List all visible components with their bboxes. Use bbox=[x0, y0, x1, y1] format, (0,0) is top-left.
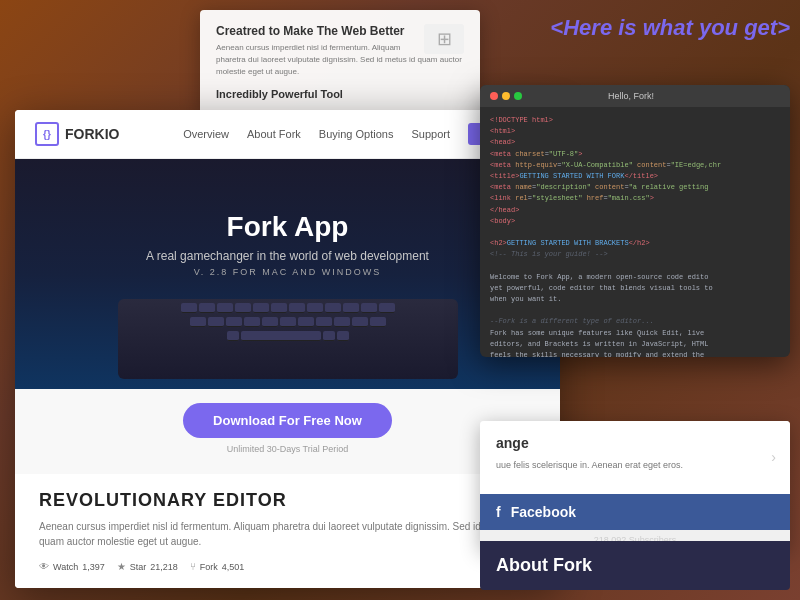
hero-version: V. 2.8 FOR MAC AND WINDOWS bbox=[194, 267, 382, 277]
key bbox=[227, 331, 239, 341]
range-section: ange uue felis scelerisque in. Aenean er… bbox=[480, 421, 790, 495]
facebook-label: Facebook bbox=[511, 504, 576, 520]
key bbox=[316, 317, 332, 327]
star-icon: ★ bbox=[117, 561, 126, 572]
key bbox=[337, 331, 349, 341]
editor-section: REVOLUTIONARY EDITOR Aenean cursus imper… bbox=[15, 474, 560, 588]
stats-row: 👁 Watch 1,397 ★ Star 21,218 ⑂ Fork 4,501 bbox=[39, 561, 536, 572]
fork-value: 4,501 bbox=[222, 562, 245, 572]
hero-subtitle: A real gamechanger in the world of web d… bbox=[146, 249, 429, 263]
key bbox=[323, 331, 335, 341]
hero-title: Fork App bbox=[227, 211, 349, 243]
range-title: ange bbox=[496, 435, 774, 451]
code-titlebar: Hello, Fork! bbox=[480, 85, 790, 107]
logo-text: FORKIO bbox=[65, 126, 119, 142]
code-editor-panel: Hello, Fork! <!DOCTYPE html> <html> <hea… bbox=[480, 85, 790, 357]
main-website-card: {} FORKIO Overview About Fork Buying Opt… bbox=[15, 110, 560, 588]
key bbox=[271, 303, 287, 313]
stat-star: ★ Star 21,218 bbox=[117, 561, 178, 572]
logo: {} FORKIO bbox=[35, 122, 119, 146]
code-content: <!DOCTYPE html> <html> <head> <meta char… bbox=[480, 107, 790, 357]
key bbox=[343, 303, 359, 313]
fork-icon: ⑂ bbox=[190, 561, 196, 572]
top-left-panel: ⊞ Creatred to Make The Web Better Aenean… bbox=[200, 10, 480, 114]
key bbox=[280, 317, 296, 327]
facebook-button[interactable]: f Facebook bbox=[480, 494, 790, 530]
key bbox=[199, 303, 215, 313]
key bbox=[181, 303, 197, 313]
key bbox=[361, 303, 377, 313]
traffic-lights bbox=[490, 92, 522, 100]
key bbox=[208, 317, 224, 327]
watch-label: Watch bbox=[53, 562, 78, 572]
star-label: Star bbox=[130, 562, 147, 572]
tl-minimize[interactable] bbox=[502, 92, 510, 100]
nav-support[interactable]: Support bbox=[411, 128, 450, 140]
spacebar-key bbox=[241, 331, 321, 341]
right-bottom-panel: ange uue felis scelerisque in. Aenean er… bbox=[480, 421, 790, 551]
key bbox=[370, 317, 386, 327]
editor-description: Aenean cursus imperdiet nisl id fermentu… bbox=[39, 519, 536, 549]
key bbox=[307, 303, 323, 313]
editor-title: REVOLUTIONARY EDITOR bbox=[39, 490, 536, 511]
trial-text: Unlimited 30-Days Trial Period bbox=[227, 444, 349, 454]
stat-watch: 👁 Watch 1,397 bbox=[39, 561, 105, 572]
hero-section: Fork App A real gamechanger in the world… bbox=[15, 159, 560, 389]
tl-fullscreen[interactable] bbox=[514, 92, 522, 100]
key bbox=[190, 317, 206, 327]
key bbox=[289, 303, 305, 313]
download-section: Download For Free Now Unlimited 30-Days … bbox=[15, 389, 560, 474]
fork-label: Fork bbox=[200, 562, 218, 572]
key bbox=[217, 303, 233, 313]
panel-subtitle: Incredibly Powerful Tool bbox=[216, 88, 464, 100]
key bbox=[226, 317, 242, 327]
logo-icon: {} bbox=[35, 122, 59, 146]
code-title: Hello, Fork! bbox=[608, 91, 654, 101]
about-fork-section: About Fork bbox=[480, 541, 790, 590]
key bbox=[235, 303, 251, 313]
nav-buying[interactable]: Buying Options bbox=[319, 128, 394, 140]
tl-close[interactable] bbox=[490, 92, 498, 100]
panel-icon: ⊞ bbox=[424, 24, 464, 54]
key bbox=[325, 303, 341, 313]
nav-about[interactable]: About Fork bbox=[247, 128, 301, 140]
here-what-you-get-panel: <Here is what you get> bbox=[550, 15, 790, 49]
navbar: {} FORKIO Overview About Fork Buying Opt… bbox=[15, 110, 560, 159]
star-value: 21,218 bbox=[150, 562, 178, 572]
key bbox=[352, 317, 368, 327]
key bbox=[379, 303, 395, 313]
key bbox=[262, 317, 278, 327]
watch-icon: 👁 bbox=[39, 561, 49, 572]
key bbox=[298, 317, 314, 327]
here-what-you-get-text: <Here is what you get> bbox=[550, 15, 790, 41]
key bbox=[244, 317, 260, 327]
about-fork-title: About Fork bbox=[496, 555, 774, 576]
logo-symbol: {} bbox=[43, 129, 51, 140]
facebook-icon: f bbox=[496, 504, 501, 520]
download-button[interactable]: Download For Free Now bbox=[183, 403, 392, 438]
key bbox=[253, 303, 269, 313]
stat-fork: ⑂ Fork 4,501 bbox=[190, 561, 245, 572]
key bbox=[334, 317, 350, 327]
watch-value: 1,397 bbox=[82, 562, 105, 572]
range-arrow-icon: › bbox=[771, 449, 776, 465]
nav-overview[interactable]: Overview bbox=[183, 128, 229, 140]
range-text: uue felis scelerisque in. Aenean erat eg… bbox=[496, 459, 774, 473]
keyboard-image bbox=[118, 299, 458, 379]
